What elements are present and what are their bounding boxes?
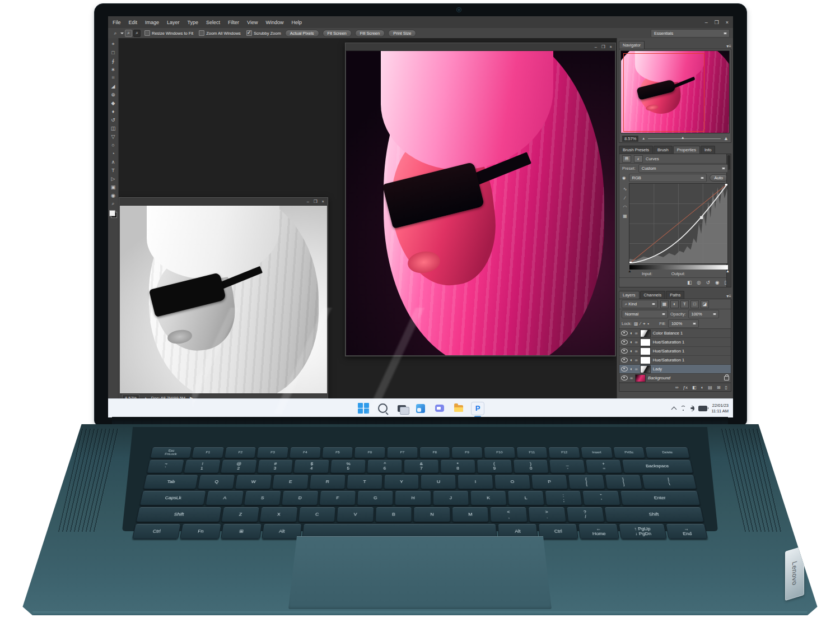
- task-view-button[interactable]: [395, 402, 408, 415]
- eraser-tool-icon[interactable]: ◫: [109, 124, 117, 132]
- zoom-tool-icon[interactable]: ⌕: [109, 200, 117, 207]
- filter-smart-objects-icon[interactable]: ◪: [701, 300, 709, 308]
- channel-select[interactable]: RGB: [629, 174, 707, 182]
- curve-smooth-icon[interactable]: ◠: [623, 205, 627, 210]
- slider-thumb-icon[interactable]: ▲: [681, 136, 685, 140]
- layer-thumbnail[interactable]: [640, 365, 651, 373]
- restore-icon[interactable]: ❐: [314, 199, 318, 204]
- menu-item[interactable]: View: [247, 20, 258, 25]
- visibility-eye-icon[interactable]: [621, 331, 628, 336]
- panel-tab[interactable]: Properties: [673, 146, 700, 154]
- zoom-level-field[interactable]: 8.57%: [122, 394, 139, 398]
- keyboard-key[interactable]: S: [244, 490, 282, 505]
- new-group-icon[interactable]: ▤: [708, 385, 712, 390]
- shape-tool-icon[interactable]: ▣: [109, 183, 117, 191]
- layer-name[interactable]: Hue/Saturation 1: [653, 358, 684, 363]
- layer-thumbnail[interactable]: [640, 347, 651, 355]
- layer-row[interactable]: ◐ ∞ Hue/Saturation 1: [619, 356, 731, 365]
- touchpad[interactable]: [288, 536, 552, 609]
- filter-adjustment-layers-icon[interactable]: ◐: [670, 300, 679, 308]
- keyboard-key[interactable]: F10: [484, 447, 515, 458]
- keyboard-key[interactable]: Ctrl: [132, 523, 181, 539]
- keyboard-key[interactable]: Fn: [180, 523, 221, 539]
- keyboard-key[interactable]: Alt: [262, 523, 302, 539]
- kind-select[interactable]: ⌕ Kind: [622, 300, 658, 308]
- keyboard-key[interactable]: F: [319, 490, 356, 505]
- keyboard-key[interactable]: : ;: [545, 490, 582, 505]
- brush-tool-icon[interactable]: ◆: [109, 99, 117, 106]
- link-layers-icon[interactable]: ∞: [675, 385, 679, 390]
- keyboard-key[interactable]: W: [235, 475, 272, 489]
- panel-tab[interactable]: Paths: [666, 291, 684, 299]
- filter-shape-layers-icon[interactable]: □: [690, 300, 699, 308]
- document-title-bar[interactable]: –❐×: [346, 43, 615, 51]
- keyboard-key[interactable]: O: [494, 475, 531, 489]
- options-button[interactable]: Print Size: [388, 30, 416, 37]
- layer-name[interactable]: Lady: [653, 366, 662, 372]
- crop-tool-icon[interactable]: ⌗: [109, 74, 117, 81]
- zoom-out-mountain-icon[interactable]: ▲: [642, 137, 645, 140]
- auto-button[interactable]: Auto: [710, 174, 728, 182]
- keyboard-key[interactable]: K: [470, 490, 507, 505]
- black-point-slider[interactable]: ▲: [628, 269, 632, 273]
- menu-item[interactable]: Type: [188, 20, 199, 25]
- navigator-zoom-slider[interactable]: ▲: [648, 138, 721, 139]
- keyboard-key[interactable]: F5: [321, 447, 353, 458]
- pen-tool-icon[interactable]: ∧: [109, 158, 117, 165]
- visibility-eye-icon[interactable]: [621, 375, 628, 380]
- keyboard-key[interactable]: F12: [548, 447, 580, 458]
- keyboard-key[interactable]: F11: [516, 447, 548, 458]
- keyboard-key[interactable]: $ 4: [293, 459, 330, 474]
- layer-name[interactable]: Hue/Saturation 1: [653, 349, 684, 354]
- menu-item[interactable]: File: [113, 20, 121, 25]
- widgets-button[interactable]: [414, 402, 427, 415]
- panel-tab[interactable]: Brush Presets: [619, 146, 653, 154]
- keyboard-key[interactable]: Ctrl: [538, 523, 578, 539]
- visibility-eye-icon[interactable]: [621, 340, 628, 345]
- keyboard-key[interactable]: ~ `: [147, 459, 185, 474]
- keyboard-key[interactable]: C: [298, 507, 336, 522]
- layer-thumbnail[interactable]: [640, 338, 651, 346]
- document-window-color[interactable]: –❐×: [345, 43, 616, 356]
- keyboard-key[interactable]: Backspace: [622, 459, 693, 474]
- layer-row[interactable]: ◐ ∞ Hue/Saturation 1: [619, 347, 731, 356]
- delete-layer-icon[interactable]: ▯: [725, 385, 727, 390]
- minimize-icon[interactable]: –: [595, 44, 597, 49]
- filter-pixel-layers-icon[interactable]: ▦: [660, 300, 669, 308]
- keyboard-key[interactable]: * 8: [440, 459, 475, 474]
- layer-row[interactable]: ◐ ∞ Hue/Saturation 1: [619, 338, 731, 347]
- keyboard-key[interactable]: ← Home: [578, 523, 619, 539]
- visibility-eye-icon[interactable]: [621, 358, 628, 363]
- lock-pixels-icon[interactable]: ∕: [640, 321, 641, 327]
- keyboard-key[interactable]: " ': [582, 490, 620, 505]
- keyboard-key[interactable]: R: [309, 475, 346, 489]
- gradient-tool-icon[interactable]: ▽: [109, 133, 117, 140]
- keyboard-key[interactable]: F1: [192, 447, 225, 458]
- clock[interactable]: 22/01/23 11:11 AM: [711, 403, 729, 414]
- visibility-eye-icon[interactable]: [621, 349, 628, 354]
- layer-name[interactable]: Background: [648, 375, 670, 380]
- path-select-tool-icon[interactable]: ▷: [109, 175, 117, 182]
- keyboard-key[interactable]: V: [337, 507, 374, 522]
- layer-name[interactable]: Hue/Saturation 1: [653, 340, 684, 345]
- keyboard-key[interactable]: Insert: [581, 447, 613, 458]
- keyboard-key[interactable]: F2: [224, 447, 256, 458]
- menu-item[interactable]: Select: [206, 20, 220, 25]
- close-icon[interactable]: ×: [610, 44, 612, 49]
- menu-item[interactable]: Edit: [129, 20, 138, 25]
- keyboard-key[interactable]: P: [531, 475, 568, 489]
- keyboard-key[interactable]: U: [421, 475, 456, 489]
- keyboard-key[interactable]: ⊞: [221, 523, 262, 539]
- volume-button[interactable]: [690, 406, 694, 411]
- keyboard-key[interactable]: G: [357, 490, 393, 505]
- panel-tab[interactable]: Info: [701, 146, 716, 154]
- navigator-zoom-field[interactable]: 8.57%: [622, 135, 639, 142]
- color-swatches-icon[interactable]: [109, 210, 117, 218]
- restore-icon[interactable]: ❐: [601, 44, 605, 49]
- keyboard-key[interactable]: L: [507, 490, 545, 505]
- keyboard-key[interactable]: F4: [289, 447, 321, 458]
- keyboard-key[interactable]: X: [259, 507, 297, 522]
- keyboard-key[interactable]: ↑ PgUp ↓ PgDn: [619, 523, 668, 539]
- keyboard-key[interactable]: # 3: [257, 459, 293, 474]
- restore-icon[interactable]: ❐: [715, 20, 719, 25]
